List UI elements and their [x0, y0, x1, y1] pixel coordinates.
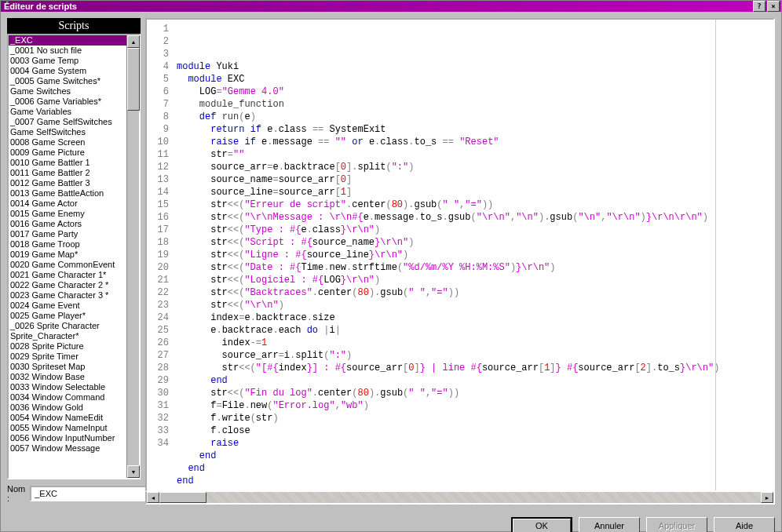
list-item[interactable]: _0001 No such file — [9, 46, 126, 56]
name-label: Nom : — [7, 484, 25, 503]
list-item[interactable]: _0026 Sprite Character — [9, 321, 126, 331]
code-line[interactable]: end — [177, 374, 773, 387]
hscroll-right-icon[interactable]: ► — [761, 492, 773, 503]
list-item[interactable]: 0003 Game Temp — [9, 56, 126, 66]
ok-button[interactable]: OK — [511, 517, 572, 532]
list-item[interactable]: Game SelfSwitches — [9, 127, 126, 137]
window-title: Éditeur de scripts — [2, 2, 753, 11]
code-line[interactable]: module EXC — [177, 73, 773, 86]
code-line[interactable]: f.close — [177, 425, 773, 437]
list-item[interactable]: 0024 Game Event — [9, 301, 126, 311]
code-line[interactable]: str<<("Script : #{source_name}\r\n") — [177, 236, 773, 249]
code-line[interactable]: def run(e) — [177, 111, 773, 123]
list-item[interactable]: 0036 Window Gold — [9, 403, 126, 413]
code-line[interactable]: source_arr=e.backtrace[0].split(":") — [177, 161, 773, 173]
code-line[interactable]: return if e.class == SystemExit — [177, 123, 773, 136]
list-item[interactable]: 0033 Window Selectable — [9, 382, 126, 392]
close-icon[interactable]: × — [767, 1, 780, 12]
help-button[interactable]: Aide — [714, 517, 775, 532]
scroll-up-icon[interactable]: ▲ — [127, 35, 140, 48]
code-line[interactable]: str<<("Erreur de script".center(80).gsub… — [177, 199, 773, 211]
code-area[interactable]: module Yuki module EXC LOG="Gemme 4.0" m… — [174, 20, 773, 490]
code-line[interactable]: module Yuki — [177, 60, 773, 73]
list-item[interactable]: 0054 Window NameEdit — [9, 413, 126, 423]
scroll-thumb[interactable] — [127, 48, 140, 111]
script-list[interactable]: _EXC_0001 No such file0003 Game Temp0004… — [7, 34, 141, 479]
list-item[interactable]: 0011 Game Battler 2 — [9, 168, 126, 178]
code-line[interactable]: str<<("Backtraces".center(80).gsub(" ","… — [177, 286, 773, 299]
list-item[interactable]: 0015 Game Enemy — [9, 209, 126, 219]
code-line[interactable]: end — [177, 450, 773, 462]
list-item[interactable]: _0005 Game Switches* — [9, 76, 126, 86]
code-line[interactable]: raise — [177, 437, 773, 450]
list-item[interactable]: 0020 Game CommonEvent — [9, 260, 126, 270]
code-editor[interactable]: 1234567891011121314151617181920212223242… — [145, 18, 775, 492]
code-line[interactable]: source_arr=i.split(":") — [177, 349, 773, 362]
list-item[interactable]: 0029 Sprite Timer — [9, 352, 126, 362]
code-line[interactable]: str<<("Ligne : #{source_line}\r\n") — [177, 249, 773, 261]
list-item[interactable]: 0022 Game Character 2 * — [9, 280, 126, 290]
list-item[interactable]: 0057 Window Message — [9, 443, 126, 454]
cancel-button[interactable]: Annuler — [579, 517, 640, 532]
list-item[interactable]: 0008 Game Screen — [9, 137, 126, 148]
code-line[interactable]: source_name=source_arr[0] — [177, 173, 773, 186]
script-editor-window: Éditeur de scripts ? × Scripts _EXC_0001… — [0, 0, 782, 532]
list-item[interactable]: 0025 Game Player* — [9, 311, 126, 321]
list-item[interactable]: 0028 Sprite Picture — [9, 341, 126, 352]
code-line[interactable]: index-=1 — [177, 337, 773, 349]
scroll-down-icon[interactable]: ▼ — [127, 465, 140, 478]
titlebar[interactable]: Éditeur de scripts ? × — [1, 1, 781, 12]
list-item[interactable]: 0018 Game Troop — [9, 239, 126, 250]
list-item[interactable]: 0056 Window InputNumber — [9, 433, 126, 443]
list-item[interactable]: 0016 Game Actors — [9, 219, 126, 229]
code-line[interactable]: str<<("\r\n") — [177, 299, 773, 312]
list-item[interactable]: 0013 Game BattleAction — [9, 188, 126, 199]
list-item[interactable]: _0007 Game SelfSwitches — [9, 117, 126, 127]
code-line[interactable]: source_line=source_arr[1] — [177, 186, 773, 199]
code-line[interactable]: str<<("[#{index}] : #{source_arr[0]} | l… — [177, 362, 773, 374]
list-item[interactable]: 0030 Spriteset Map — [9, 362, 126, 372]
code-line[interactable]: e.backtrace.each do |i| — [177, 324, 773, 337]
list-item[interactable]: 0009 Game Picture — [9, 148, 126, 158]
list-item[interactable]: 0023 Game Character 3 * — [9, 290, 126, 301]
list-item[interactable]: Game Variables — [9, 107, 126, 117]
code-line[interactable]: str<<("Logiciel : #{LOG}\r\n") — [177, 274, 773, 286]
list-item[interactable]: Game Switches — [9, 86, 126, 97]
list-scrollbar[interactable]: ▲ ▼ — [126, 35, 139, 478]
code-hscroll[interactable]: ◄ ► — [145, 492, 775, 505]
code-line[interactable]: str<<("Type : #{e.class}\r\n") — [177, 224, 773, 236]
list-item[interactable]: 0055 Window NameInput — [9, 423, 126, 433]
dialog-buttons: OK Annuler Appliquer Aide — [1, 511, 781, 532]
list-item[interactable]: 0014 Game Actor — [9, 199, 126, 209]
code-line[interactable]: str<<("Fin du log".center(80).gsub(" ","… — [177, 387, 773, 399]
code-line[interactable]: str<<("Date : #{Time.new.strftime("%d/%m… — [177, 261, 773, 274]
list-item[interactable]: 0004 Game System — [9, 66, 126, 76]
code-line[interactable]: end — [177, 462, 773, 475]
list-item[interactable]: 0010 Game Battler 1 — [9, 158, 126, 168]
code-line[interactable]: index=e.backtrace.size — [177, 312, 773, 324]
hscroll-thumb[interactable] — [159, 492, 206, 503]
code-line[interactable]: end — [177, 475, 773, 487]
hscroll-left-icon[interactable]: ◄ — [147, 492, 159, 503]
code-line[interactable]: module_function — [177, 98, 773, 111]
code-line[interactable]: str<<("\r\nMessage : \r\n#{e.message.to_… — [177, 211, 773, 224]
code-line[interactable]: LOG="Gemme 4.0" — [177, 86, 773, 98]
list-item[interactable]: 0034 Window Command — [9, 392, 126, 403]
list-item[interactable]: 0032 Window Base — [9, 372, 126, 382]
list-item[interactable]: 0012 Game Battler 3 — [9, 178, 126, 188]
list-item[interactable]: _0006 Game Variables* — [9, 97, 126, 107]
help-icon[interactable]: ? — [753, 1, 766, 12]
list-item[interactable]: 0021 Game Character 1* — [9, 270, 126, 280]
scripts-header: Scripts — [7, 18, 141, 34]
list-item[interactable]: 0017 Game Party — [9, 229, 126, 239]
list-item[interactable]: Sprite_Character* — [9, 331, 126, 341]
code-line[interactable]: f=File.new("Error.log","wb") — [177, 399, 773, 412]
list-item[interactable]: _EXC — [9, 35, 126, 46]
code-line[interactable]: f.write(str) — [177, 412, 773, 425]
code-line[interactable]: str="" — [177, 148, 773, 161]
print-margin — [715, 20, 716, 490]
script-name-input[interactable] — [30, 486, 148, 501]
code-line[interactable]: raise if e.message == "" or e.class.to_s… — [177, 136, 773, 148]
list-item[interactable]: 0019 Game Map* — [9, 250, 126, 260]
apply-button[interactable]: Appliquer — [646, 517, 707, 532]
